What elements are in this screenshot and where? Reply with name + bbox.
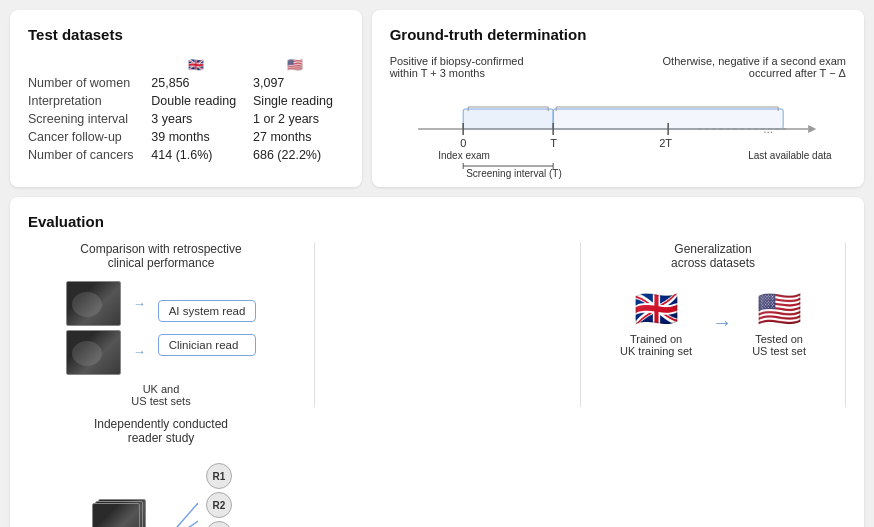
row-label: Number of women: [28, 74, 145, 92]
us-flag: 🇺🇸: [247, 55, 344, 74]
uk-section: 🇬🇧 Trained on UK training set: [620, 288, 692, 357]
mammo-layer-3: [92, 503, 140, 528]
evaluation-title: Evaluation: [28, 213, 846, 230]
svg-text:...: ...: [763, 122, 773, 136]
test-datasets-table: 🇬🇧 🇺🇸 Number of women 25,856 3,097 Inter…: [28, 55, 344, 164]
row-us-value: 3,097: [247, 74, 344, 92]
eval-reader-subtitle: Independently conducted reader study: [94, 417, 228, 445]
reader-lines-svg: [158, 494, 198, 528]
reader-circle: R3: [206, 521, 232, 527]
test-datasets-title: Test datasets: [28, 26, 344, 43]
table-row: Number of cancers 414 (1.6%) 686 (22.2%): [28, 146, 344, 164]
row-uk-value: 3 years: [145, 110, 247, 128]
row-uk-value: 25,856: [145, 74, 247, 92]
svg-text:Index exam: Index exam: [438, 150, 490, 161]
otherwise-label: Otherwise, negative if a second exam occ…: [663, 55, 846, 79]
eval-generalization-subtitle: Generalization across datasets: [671, 242, 755, 270]
row-us-value: Single reading: [247, 92, 344, 110]
gt-diagram: Positive if biopsy-confirmed within T + …: [390, 55, 846, 171]
eval-reader-section: Independently conducted reader study: [28, 417, 294, 527]
arrow-clinician: →: [133, 344, 146, 359]
reader-circle: R2: [206, 492, 232, 518]
row-label: Cancer follow-up: [28, 128, 145, 146]
uk-flag-large: 🇬🇧: [620, 288, 692, 330]
eval-comparison-section: Comparison with retrospective clinical p…: [28, 242, 294, 407]
svg-text:T: T: [550, 137, 557, 149]
table-row: Screening interval 3 years 1 or 2 years: [28, 110, 344, 128]
mammogram-bottom: [66, 330, 121, 375]
positive-label: Positive if biopsy-confirmed within T + …: [390, 55, 524, 79]
arrow-ai: →: [133, 296, 146, 311]
comparison-diagram: → → AI system read Clinician read UK and…: [28, 280, 294, 407]
arrows-container: → →: [125, 280, 154, 375]
table-row: Cancer follow-up 39 months 27 months: [28, 128, 344, 146]
svg-text:Last available data: Last available data: [748, 150, 832, 161]
reader-circle: R1: [206, 463, 232, 489]
table-row: Interpretation Double reading Single rea…: [28, 92, 344, 110]
bottom-row: Evaluation Comparison with retrospective…: [10, 197, 864, 527]
ground-truth-title: Ground-truth determination: [390, 26, 846, 43]
svg-rect-0: [463, 109, 553, 129]
generalization-diagram: 🇬🇧 Trained on UK training set → 🇺🇸 Teste…: [620, 288, 806, 357]
top-row: Test datasets 🇬🇧 🇺🇸 Number of women 25,8…: [10, 10, 864, 187]
row-uk-value: Double reading: [145, 92, 247, 110]
eval-generalization-section: Generalization across datasets 🇬🇧 Traine…: [580, 242, 846, 407]
read-boxes: AI system read Clinician read: [158, 300, 257, 356]
reader-diagram: R1R2R3R4R5R6: [90, 463, 232, 527]
ground-truth-card: Ground-truth determination Positive if b…: [372, 10, 864, 187]
row-label: Screening interval: [28, 110, 145, 128]
reader-circles: R1R2R3R4R5R6: [206, 463, 232, 527]
table-row: Number of women 25,856 3,097: [28, 74, 344, 92]
arrow-generalization: →: [712, 311, 732, 334]
row-uk-value: 39 months: [145, 128, 247, 146]
comparison-bottom-label: UK and US test sets: [131, 383, 190, 407]
us-section: 🇺🇸 Tested on US test set: [752, 288, 806, 357]
svg-text:0: 0: [460, 137, 466, 149]
mammogram-stack: [66, 281, 121, 375]
row-label: Interpretation: [28, 92, 145, 110]
eval-comparison-subtitle: Comparison with retrospective clinical p…: [80, 242, 241, 270]
trained-label: Trained on UK training set: [620, 333, 692, 357]
test-datasets-card: Test datasets 🇬🇧 🇺🇸 Number of women 25,8…: [10, 10, 362, 187]
svg-text:2T: 2T: [659, 137, 672, 149]
divider-1: [314, 242, 560, 407]
svg-marker-9: [808, 125, 816, 133]
mammogram-top: [66, 281, 121, 326]
row-uk-value: 414 (1.6%): [145, 146, 247, 164]
row-us-value: 1 or 2 years: [247, 110, 344, 128]
row-label: Number of cancers: [28, 146, 145, 164]
clinician-read-box: Clinician read: [158, 334, 257, 356]
svg-line-24: [158, 503, 198, 528]
tested-label: Tested on US test set: [752, 333, 806, 357]
uk-flag: 🇬🇧: [145, 55, 247, 74]
timeline-svg: 0 T 2T ... Index exam Last available dat…: [390, 81, 846, 171]
main-container: Test datasets 🇬🇧 🇺🇸 Number of women 25,8…: [0, 0, 874, 527]
reader-mammo-stack: [90, 499, 150, 528]
evaluation-card: Evaluation Comparison with retrospective…: [10, 197, 864, 527]
svg-text:Screening interval (T): Screening interval (T): [466, 168, 562, 179]
row-us-value: 27 months: [247, 128, 344, 146]
eval-grid: Comparison with retrospective clinical p…: [28, 242, 846, 527]
us-flag-large: 🇺🇸: [752, 288, 806, 330]
ai-read-box: AI system read: [158, 300, 257, 322]
row-us-value: 686 (22.2%): [247, 146, 344, 164]
